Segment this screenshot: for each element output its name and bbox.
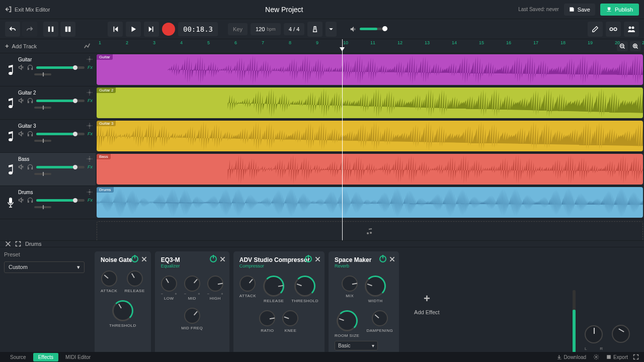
drop-zone[interactable] bbox=[97, 221, 643, 240]
dropdown-button[interactable] bbox=[326, 22, 337, 37]
pen-tool[interactable] bbox=[588, 22, 603, 37]
mute-icon[interactable] bbox=[18, 197, 24, 203]
close-fx-icon[interactable] bbox=[5, 241, 11, 247]
prev-button[interactable] bbox=[108, 22, 123, 37]
fx-knob[interactable] bbox=[263, 276, 284, 297]
fx-knob[interactable] bbox=[337, 310, 358, 331]
fullscreen-icon[interactable] bbox=[633, 354, 639, 360]
fx-close[interactable] bbox=[141, 256, 147, 262]
publish-button[interactable]: Publish bbox=[600, 4, 639, 16]
playhead[interactable] bbox=[342, 39, 343, 240]
preset-select[interactable]: Custom▾ bbox=[4, 261, 85, 273]
track-pan[interactable] bbox=[34, 107, 51, 109]
track-volume[interactable] bbox=[36, 133, 85, 135]
track-volume[interactable] bbox=[36, 66, 85, 69]
headphone-icon[interactable] bbox=[27, 64, 33, 70]
audio-clip[interactable]: Guitar bbox=[97, 54, 643, 85]
fx-knob[interactable] bbox=[101, 270, 117, 287]
collab-button[interactable] bbox=[624, 22, 639, 37]
track-lane[interactable]: Bass bbox=[96, 153, 644, 186]
fx-knob[interactable] bbox=[259, 310, 275, 326]
mute-icon[interactable] bbox=[18, 64, 24, 70]
undo-button[interactable] bbox=[5, 22, 20, 37]
track-lane[interactable]: Guitar 2 bbox=[96, 86, 644, 120]
fx-power[interactable] bbox=[210, 255, 217, 262]
fx-select[interactable]: Basic▾ bbox=[335, 341, 378, 350]
gear-icon[interactable] bbox=[87, 156, 93, 162]
track-header[interactable]: Guitar Fx bbox=[0, 53, 96, 86]
fx-knob[interactable] bbox=[365, 276, 386, 297]
next-button[interactable] bbox=[144, 22, 159, 37]
footer-tab[interactable]: Source bbox=[5, 353, 31, 361]
fx-knob[interactable] bbox=[342, 276, 358, 292]
track-volume[interactable] bbox=[36, 199, 85, 202]
fx-power[interactable] bbox=[305, 255, 312, 262]
headphone-icon[interactable] bbox=[27, 98, 33, 104]
download-button[interactable]: Download bbox=[557, 354, 586, 360]
footer-tab[interactable]: MIDI Editor bbox=[60, 353, 96, 361]
timesig-selector[interactable]: 4 / 4 bbox=[284, 23, 304, 35]
fx-knob[interactable] bbox=[184, 276, 200, 292]
add-effect-button[interactable]: + Add Effect bbox=[404, 251, 449, 355]
headphone-icon[interactable] bbox=[27, 164, 33, 170]
fx-knob[interactable] bbox=[112, 300, 133, 321]
settings-icon[interactable] bbox=[593, 354, 599, 360]
fx-knob[interactable] bbox=[184, 308, 200, 324]
automation-icon[interactable] bbox=[84, 43, 91, 50]
track-lane[interactable]: Guitar 3 bbox=[96, 120, 644, 153]
audio-clip[interactable]: Bass bbox=[97, 154, 643, 185]
redo-button[interactable] bbox=[22, 22, 37, 37]
fx-button[interactable]: Fx bbox=[88, 98, 93, 103]
gear-icon[interactable] bbox=[87, 123, 93, 129]
fx-button[interactable]: Fx bbox=[88, 131, 93, 136]
track-header[interactable]: Guitar 2 Fx bbox=[0, 86, 96, 120]
fx-knob[interactable] bbox=[282, 310, 298, 326]
play-button[interactable] bbox=[126, 22, 141, 37]
save-button[interactable]: Save bbox=[564, 4, 595, 16]
gear-icon[interactable] bbox=[87, 89, 93, 96]
track-header[interactable]: Drums Fx bbox=[0, 186, 96, 219]
add-track-button[interactable]: +Add Track bbox=[5, 42, 37, 50]
loop-button[interactable] bbox=[606, 22, 621, 37]
fx-knob[interactable] bbox=[161, 276, 177, 292]
fx-knob[interactable] bbox=[239, 276, 256, 292]
track-volume[interactable] bbox=[36, 100, 85, 102]
expand-fx-icon[interactable] bbox=[15, 241, 21, 247]
fx-power[interactable] bbox=[379, 255, 386, 262]
key-selector[interactable]: Key bbox=[228, 23, 248, 35]
gear-icon[interactable] bbox=[87, 56, 93, 62]
track-pan[interactable] bbox=[34, 206, 51, 208]
headphone-icon[interactable] bbox=[27, 197, 33, 203]
snap-button[interactable] bbox=[43, 22, 58, 37]
pan-dial[interactable] bbox=[585, 325, 603, 343]
footer-tab[interactable]: Effects bbox=[33, 353, 58, 361]
exit-mix-editor[interactable]: Exit Mix Editor bbox=[5, 6, 50, 13]
audio-clip[interactable]: Guitar 2 bbox=[97, 87, 643, 118]
fx-knob[interactable] bbox=[127, 270, 143, 287]
bpm-selector[interactable]: 120bpm bbox=[251, 23, 281, 35]
fx-close[interactable] bbox=[315, 256, 320, 262]
master-volume[interactable] bbox=[360, 28, 385, 30]
fx-button[interactable]: Fx bbox=[88, 164, 93, 169]
split-button[interactable] bbox=[60, 22, 75, 37]
audio-clip[interactable]: Drums bbox=[97, 187, 643, 218]
reverb-dial[interactable] bbox=[612, 325, 630, 343]
mute-icon[interactable] bbox=[18, 131, 24, 137]
export-button[interactable]: Export bbox=[606, 354, 628, 360]
fx-close[interactable] bbox=[389, 256, 395, 262]
fx-close[interactable] bbox=[220, 256, 225, 262]
fx-knob[interactable] bbox=[294, 276, 315, 297]
gear-icon[interactable] bbox=[87, 189, 93, 195]
zoom-in[interactable] bbox=[630, 41, 641, 51]
track-pan[interactable] bbox=[34, 73, 51, 75]
fx-button[interactable]: Fx bbox=[88, 65, 93, 70]
track-header[interactable]: Bass Fx bbox=[0, 153, 96, 186]
metronome-button[interactable] bbox=[307, 22, 323, 37]
track-header[interactable]: Guitar 3 Fx bbox=[0, 120, 96, 153]
track-lane[interactable]: Guitar bbox=[96, 53, 644, 86]
headphone-icon[interactable] bbox=[27, 131, 33, 137]
fx-knob[interactable] bbox=[372, 310, 388, 326]
mute-icon[interactable] bbox=[18, 164, 24, 170]
track-pan[interactable] bbox=[34, 140, 51, 142]
mute-icon[interactable] bbox=[18, 98, 24, 104]
